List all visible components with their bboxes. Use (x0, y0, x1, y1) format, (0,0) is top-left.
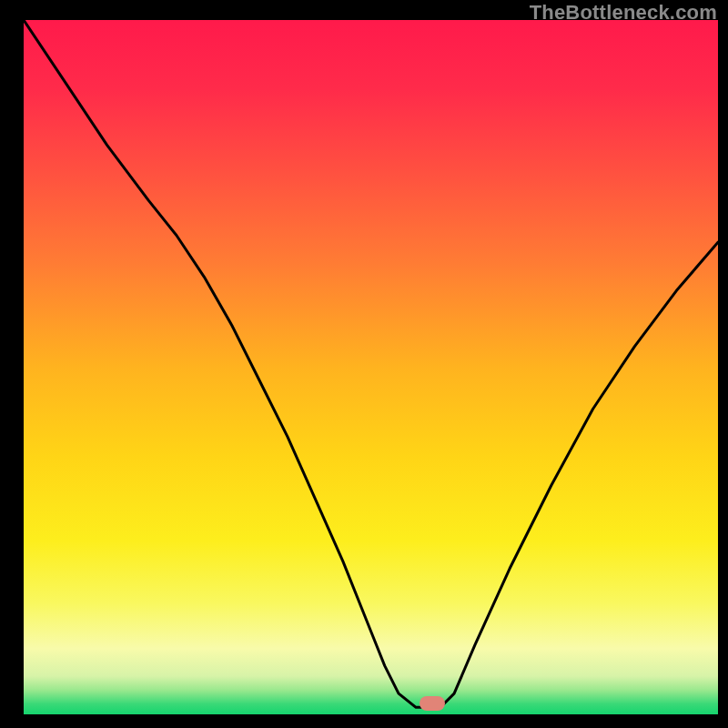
chart-frame (10, 20, 718, 728)
optimal-point-marker (420, 696, 445, 711)
bottleneck-curve (24, 20, 718, 714)
plot-area (24, 20, 718, 714)
